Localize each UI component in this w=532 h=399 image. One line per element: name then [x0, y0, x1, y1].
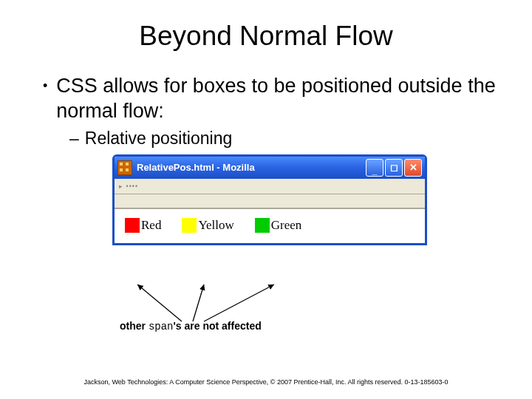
green-swatch-icon [255, 218, 270, 233]
bullet-item: • CSS allows for boxes to be positioned … [43, 74, 502, 124]
window-buttons: _ ◻ ✕ [366, 159, 422, 177]
color-span-green: Green [255, 218, 302, 233]
sub-bullet-item: – Relative positioning [43, 129, 502, 149]
color-span-yellow: Yellow [182, 218, 233, 233]
yellow-swatch-icon [182, 218, 197, 233]
svg-line-1 [193, 284, 204, 321]
mozilla-icon [117, 160, 132, 175]
minimize-button[interactable]: _ [366, 159, 383, 177]
window-title: RelativePos.html - Mozilla [137, 162, 366, 173]
yellow-label: Yellow [198, 218, 233, 233]
red-label: Red [141, 218, 161, 233]
content-area: • CSS allows for boxes to be positioned … [0, 74, 532, 245]
window-spacer [115, 194, 425, 209]
annotation-arrows-icon [130, 281, 322, 325]
slide-footer: Jackson, Web Technologies: A Computer Sc… [0, 378, 532, 386]
window-toolbar: ▸ •••• [115, 179, 425, 194]
annotation-prefix: other [120, 320, 149, 332]
bullet-text: CSS allows for boxes to be positioned ou… [56, 74, 502, 124]
browser-window: RelativePos.html - Mozilla _ ◻ ✕ ▸ •••• … [112, 154, 427, 245]
red-swatch-icon [125, 218, 140, 233]
slide-title: Beyond Normal Flow [0, 21, 532, 52]
sub-bullet-text: Relative positioning [85, 129, 232, 149]
svg-line-2 [204, 284, 274, 321]
annotation-suffix: 's are not affected [174, 320, 262, 332]
svg-line-0 [137, 284, 182, 321]
bullet-marker: • [43, 74, 47, 98]
close-button[interactable]: ✕ [404, 159, 422, 177]
page-content: Red Yellow Green [115, 209, 425, 243]
maximize-button[interactable]: ◻ [385, 159, 403, 177]
annotation-text: other span's are not affected [120, 320, 262, 332]
color-span-red: Red [125, 218, 161, 233]
sub-bullet-marker: – [69, 129, 79, 149]
window-titlebar: RelativePos.html - Mozilla _ ◻ ✕ [115, 157, 425, 179]
toolbar-grip-icon: ▸ •••• [119, 183, 138, 190]
green-label: Green [271, 218, 302, 233]
annotation-code: span [149, 321, 174, 332]
